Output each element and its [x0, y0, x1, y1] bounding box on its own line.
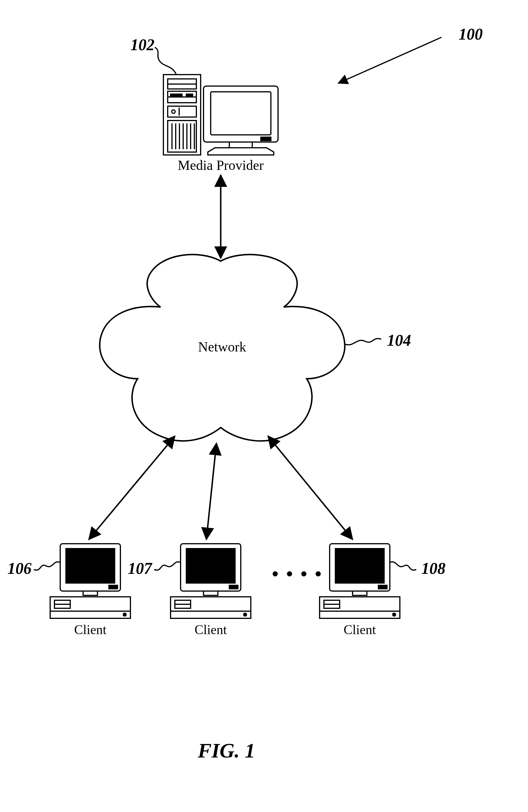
refnum-media-provider-leader: 102 — [131, 36, 176, 75]
figure-label: FIG. 1 — [197, 739, 255, 762]
media-provider-group: Media Provider — [163, 75, 278, 173]
client3-group: Client 108 — [320, 544, 446, 637]
link-network-client3 — [268, 436, 352, 539]
refnum-system: 100 — [458, 25, 483, 43]
refnum-network-leader: 104 — [345, 331, 411, 349]
refnum-client1: 106 — [7, 560, 32, 577]
refnum-media-provider: 102 — [131, 36, 154, 54]
svg-rect-41 — [170, 611, 251, 618]
refnum-client2: 107 — [128, 560, 152, 577]
svg-rect-50 — [320, 611, 400, 618]
svg-point-35 — [123, 613, 126, 616]
svg-rect-47 — [378, 585, 387, 589]
figure-svg: 100 — [0, 0, 528, 812]
svg-point-53 — [393, 613, 395, 616]
svg-rect-6 — [186, 94, 193, 97]
client-computer-icon — [320, 544, 400, 618]
svg-point-23 — [273, 571, 278, 577]
svg-rect-29 — [109, 585, 118, 589]
svg-rect-39 — [203, 591, 218, 595]
refnum-client3: 108 — [421, 560, 446, 577]
svg-point-26 — [316, 571, 321, 577]
svg-point-25 — [301, 571, 306, 577]
svg-rect-38 — [229, 585, 238, 589]
ellipsis-icon — [273, 571, 321, 577]
client3-label: Client — [344, 622, 376, 637]
svg-rect-21 — [261, 137, 271, 141]
client-computer-icon — [170, 544, 251, 618]
network-label: Network — [198, 339, 246, 354]
refnum-system-leader: 100 — [338, 25, 483, 83]
svg-rect-37 — [186, 549, 235, 583]
client-computer-icon — [50, 544, 131, 618]
server-monitor-icon — [203, 86, 278, 155]
svg-rect-30 — [83, 591, 97, 595]
client2-group: Client 107 — [128, 544, 251, 637]
svg-rect-28 — [66, 549, 115, 583]
svg-rect-22 — [229, 142, 252, 148]
client1-label: Client — [74, 622, 107, 637]
svg-point-24 — [287, 571, 292, 577]
client1-group: Client 106 — [7, 544, 131, 637]
svg-point-44 — [244, 613, 246, 616]
refnum-network: 104 — [387, 331, 411, 349]
link-network-client2 — [206, 443, 216, 539]
svg-line-0 — [338, 37, 441, 83]
svg-point-9 — [172, 110, 175, 113]
svg-rect-5 — [170, 94, 182, 97]
media-provider-label: Media Provider — [178, 158, 264, 173]
server-tower-icon — [163, 75, 201, 155]
svg-rect-32 — [50, 611, 131, 618]
client2-label: Client — [195, 622, 227, 637]
svg-rect-20 — [211, 92, 271, 135]
svg-rect-46 — [335, 549, 384, 583]
network-cloud-icon: Network — [100, 255, 345, 441]
link-network-client1 — [89, 436, 175, 539]
svg-rect-48 — [352, 591, 367, 595]
